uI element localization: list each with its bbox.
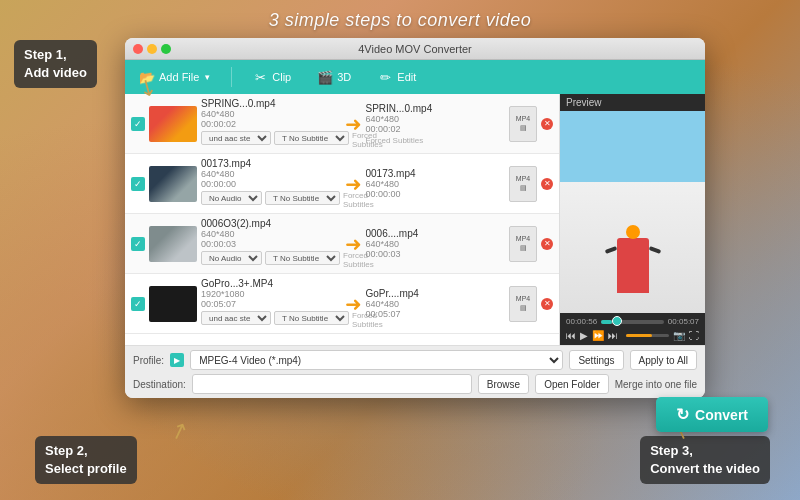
browse-button[interactable]: Browse [478, 374, 529, 394]
maximize-button[interactable] [161, 44, 171, 54]
progress-thumb [612, 316, 622, 326]
table-row: ✓ GoPro...3+.MP4 1920*1080 00:05:07 und … [125, 274, 559, 334]
volume-fill [626, 334, 652, 337]
remove-file-1[interactable]: ✕ [541, 118, 553, 130]
subtitle-select-1[interactable]: T No Subtitle [274, 131, 349, 145]
3d-icon: 🎬 [317, 69, 333, 85]
destination-input[interactable] [192, 374, 472, 394]
volume-bar[interactable] [626, 334, 669, 337]
playback-buttons: ⏮ ▶ ⏩ ⏭ 📷 ⛶ [566, 330, 699, 341]
skip-back-button[interactable]: ⏮ [566, 330, 576, 341]
file-options-4[interactable]: MP4▤ [509, 286, 537, 322]
file-out-info-3: 0006....mp4 640*480 00:00:03 [366, 228, 506, 259]
preview-panel: Preview 00:00:56 00:05:07 [560, 94, 705, 345]
callout-step3: Step 3, Convert the video [640, 436, 770, 484]
file-list: ✓ SPRING...0.mp4 640*480 00:00:02 und aa… [125, 94, 560, 345]
skip-forward-button[interactable]: ⏭ [608, 330, 618, 341]
file-out-info-2: 00173.mp4 640*480 00:00:00 [366, 168, 506, 199]
audio-select-4[interactable]: und aac ste [201, 311, 271, 325]
table-row: ✓ SPRING...0.mp4 640*480 00:00:02 und aa… [125, 94, 559, 154]
apply-all-button[interactable]: Apply to All [630, 350, 697, 370]
convert-button[interactable]: ↻ Convert [656, 397, 768, 432]
convert-arrow-4: ➜ [345, 292, 362, 316]
file-checkbox-3[interactable]: ✓ [131, 237, 145, 251]
remove-file-2[interactable]: ✕ [541, 178, 553, 190]
subtitle-select-3[interactable]: T No Subtitle [265, 251, 340, 265]
time-current: 00:00:56 [566, 317, 597, 326]
open-folder-button[interactable]: Open Folder [535, 374, 609, 394]
file-thumbnail-4 [149, 286, 197, 322]
convert-arrow-2: ➜ [345, 172, 362, 196]
file-checkbox-2[interactable]: ✓ [131, 177, 145, 191]
file-options-3[interactable]: MP4▤ [509, 226, 537, 262]
minimize-button[interactable] [147, 44, 157, 54]
skier-head [626, 225, 640, 239]
preview-label: Preview [560, 94, 705, 111]
profile-icon: ▶ [170, 353, 184, 367]
table-row: ✓ 0006O3(2).mp4 640*480 00:00:03 No Audi… [125, 214, 559, 274]
window-title: 4Video MOV Converter [358, 43, 472, 55]
close-button[interactable] [133, 44, 143, 54]
time-total: 00:05:07 [668, 317, 699, 326]
file-thumbnail-1 [149, 106, 197, 142]
file-info-3: 0006O3(2).mp4 640*480 00:00:03 No Audio … [201, 218, 341, 269]
settings-button[interactable]: Settings [569, 350, 623, 370]
file-out-info-1: SPRIN...0.mp4 640*480 00:00:02 Forced Su… [366, 103, 506, 145]
subtitle-select-4[interactable]: T No Subtitle [274, 311, 349, 325]
file-checkbox-1[interactable]: ✓ [131, 117, 145, 131]
file-info-1: SPRING...0.mp4 640*480 00:00:02 und aac … [201, 98, 341, 149]
file-out-info-4: GoPr....mp4 640*480 00:05:07 [366, 288, 506, 319]
3d-button[interactable]: 🎬 3D [311, 66, 357, 88]
profile-row: Profile: ▶ MPEG-4 Video (*.mp4) Settings… [133, 350, 697, 370]
title-bar: 4Video MOV Converter [125, 38, 705, 60]
progress-track[interactable] [601, 320, 664, 324]
content-area: ✓ SPRING...0.mp4 640*480 00:00:02 und aa… [125, 94, 705, 345]
convert-arrow-1: ➜ [345, 112, 362, 136]
toolbar-separator [231, 67, 232, 87]
remove-file-3[interactable]: ✕ [541, 238, 553, 250]
edit-icon: ✏ [377, 69, 393, 85]
destination-label: Destination: [133, 379, 186, 390]
remove-file-4[interactable]: ✕ [541, 298, 553, 310]
file-info-4: GoPro...3+.MP4 1920*1080 00:05:07 und aa… [201, 278, 341, 329]
snapshot-button[interactable]: 📷 [673, 330, 685, 341]
toolbar: 📂 Add File ▼ ✂ Clip 🎬 3D ✏ Edit [125, 60, 705, 94]
profile-label: Profile: [133, 355, 164, 366]
convert-arrow-3: ➜ [345, 232, 362, 256]
callout-step2: Step 2, Select profile [35, 436, 137, 484]
window-controls [133, 44, 171, 54]
subtitle-select-2[interactable]: T No Subtitle [265, 191, 340, 205]
file-thumbnail-3 [149, 226, 197, 262]
callout-step1: Step 1, Add video [14, 40, 97, 88]
convert-section: ↻ Convert [656, 397, 768, 432]
progress-fill [601, 320, 612, 324]
edit-button[interactable]: ✏ Edit [371, 66, 422, 88]
profile-select[interactable]: MPEG-4 Video (*.mp4) [190, 350, 563, 370]
audio-select-3[interactable]: No Audio [201, 251, 262, 265]
file-options-2[interactable]: MP4▤ [509, 166, 537, 202]
merge-label: Merge into one file [615, 379, 697, 390]
play-button[interactable]: ▶ [580, 330, 588, 341]
clip-icon: ✂ [252, 69, 268, 85]
convert-icon: ↻ [676, 405, 689, 424]
audio-select-1[interactable]: und aac ste [201, 131, 271, 145]
file-options-1[interactable]: MP4▤ [509, 106, 537, 142]
destination-row: Destination: Browse Open Folder Merge in… [133, 374, 697, 394]
fast-forward-button[interactable]: ⏩ [592, 330, 604, 341]
clip-button[interactable]: ✂ Clip [246, 66, 297, 88]
file-info-2: 00173.mp4 640*480 00:00:00 No Audio T No… [201, 158, 341, 209]
skier-body [617, 238, 649, 293]
table-row: ✓ 00173.mp4 640*480 00:00:00 No Audio T … [125, 154, 559, 214]
file-checkbox-4[interactable]: ✓ [131, 297, 145, 311]
time-bar: 00:00:56 00:05:07 [566, 317, 699, 326]
preview-video [560, 111, 705, 313]
file-thumbnail-2 [149, 166, 197, 202]
page-heading: 3 simple steps to convert video [0, 10, 800, 31]
fullscreen-button[interactable]: ⛶ [689, 330, 699, 341]
bottom-bar: Profile: ▶ MPEG-4 Video (*.mp4) Settings… [125, 345, 705, 398]
preview-controls: 00:00:56 00:05:07 ⏮ ▶ ⏩ ⏭ 📷 [560, 313, 705, 345]
app-window: 4Video MOV Converter 📂 Add File ▼ ✂ Clip… [125, 38, 705, 398]
audio-select-2[interactable]: No Audio [201, 191, 262, 205]
